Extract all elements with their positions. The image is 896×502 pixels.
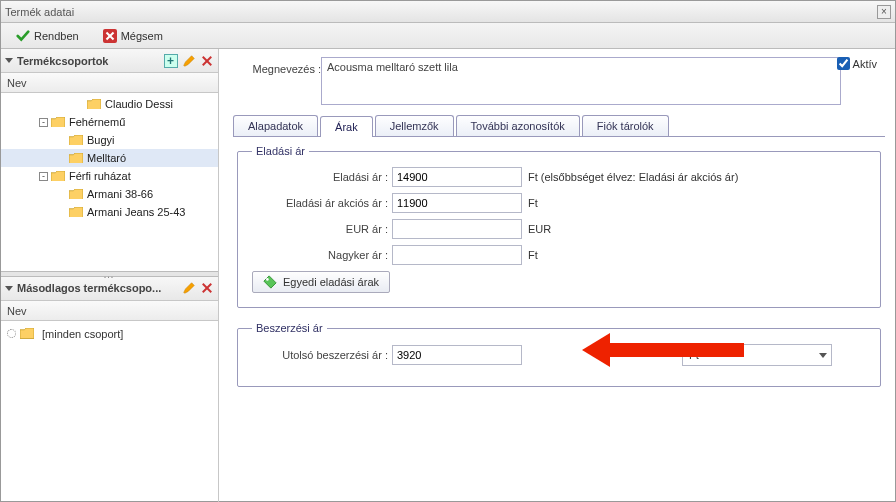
tree2-column-header: Nev <box>1 301 218 321</box>
close-icon[interactable]: × <box>877 5 891 19</box>
price-suffix: Ft (elsőbbséget élvez: Eladási ár akciós… <box>528 171 738 183</box>
eur-label: EUR ár : <box>252 223 392 235</box>
tree-spacer <box>57 154 66 163</box>
panel-secondary-title: Másodlagos termékcsopo... <box>17 282 161 294</box>
tab-tovabbi[interactable]: További azonosítók <box>456 115 580 136</box>
sale-label: Eladási ár akciós ár : <box>252 197 392 209</box>
folder-icon <box>69 207 83 218</box>
tree-item[interactable]: -Férfi ruházat <box>1 167 218 185</box>
currency-value: Ft <box>689 349 699 361</box>
edit-icon[interactable] <box>182 54 196 68</box>
toolbar: Rendben Mégsem <box>1 23 895 49</box>
tree-spacer <box>57 208 66 217</box>
cancel-button[interactable]: Mégsem <box>94 26 172 46</box>
ok-button[interactable]: Rendben <box>7 26 88 46</box>
svg-point-0 <box>266 278 269 281</box>
tree-item[interactable]: Bugyi <box>1 131 218 149</box>
chevron-down-icon[interactable] <box>5 58 13 63</box>
custom-prices-button[interactable]: Egyedi eladási árak <box>252 271 390 293</box>
sale-suffix: Ft <box>528 197 538 209</box>
tree-item-all[interactable]: [minden csoport] <box>7 325 212 343</box>
tab-fiok[interactable]: Fiók tárolók <box>582 115 669 136</box>
eur-suffix: EUR <box>528 223 551 235</box>
panel-secondary-header: Másodlagos termékcsopo... <box>1 277 218 301</box>
collapse-icon[interactable]: - <box>39 172 48 181</box>
window-title: Termék adatai <box>5 6 74 18</box>
price-label: Eladási ár : <box>252 171 392 183</box>
last-price-label: Utolsó beszerzési ár : <box>252 349 392 361</box>
wholesale-label: Nagyker ár : <box>252 249 392 261</box>
tree-item[interactable]: Melltaró <box>1 149 218 167</box>
panel-groups-title: Termékcsoportok <box>17 55 109 67</box>
tree-spacer <box>75 100 84 109</box>
tree-item-label: Férfi ruházat <box>69 170 131 182</box>
tree-item[interactable]: Armani Jeans 25-43 <box>1 203 218 221</box>
sale-input[interactable] <box>392 193 522 213</box>
tree-item[interactable]: -Fehérnemű <box>1 113 218 131</box>
tree-item[interactable]: Armani 38-66 <box>1 185 218 203</box>
panel-groups-header: Termékcsoportok <box>1 49 218 73</box>
group-tree[interactable]: Claudio Dessi-FehérneműBugyiMelltaró-Fér… <box>1 93 218 271</box>
active-checkbox[interactable] <box>837 57 850 70</box>
currency-select[interactable]: Ft <box>682 344 832 366</box>
tab-jellemzok[interactable]: Jellemzők <box>375 115 454 136</box>
tree-item-label: Armani Jeans 25-43 <box>87 206 185 218</box>
tree-spacer <box>57 190 66 199</box>
folder-icon <box>69 135 83 146</box>
add-icon[interactable] <box>164 54 178 68</box>
tree-item[interactable]: Claudio Dessi <box>1 95 218 113</box>
check-icon <box>16 29 30 43</box>
tabs: Alapadatok Árak Jellemzők További azonos… <box>233 115 885 137</box>
cancel-label: Mégsem <box>121 30 163 42</box>
wholesale-input[interactable] <box>392 245 522 265</box>
fieldset-purchase: Beszerzési ár Utolsó beszerzési ár : Ft <box>237 322 881 387</box>
tree-item-label: Melltaró <box>87 152 126 164</box>
delete-icon[interactable] <box>200 281 214 295</box>
secondary-tree[interactable]: [minden csoport] <box>1 321 218 503</box>
cancel-icon <box>103 29 117 43</box>
legend-sell: Eladási ár <box>252 145 309 157</box>
active-label: Aktív <box>853 58 877 70</box>
price-input[interactable] <box>392 167 522 187</box>
tree-item-label: Bugyi <box>87 134 115 146</box>
wholesale-suffix: Ft <box>528 249 538 261</box>
legend-purchase: Beszerzési ár <box>252 322 327 334</box>
folder-icon <box>20 328 34 339</box>
edit-icon[interactable] <box>182 281 196 295</box>
folder-icon <box>51 171 65 182</box>
chevron-down-icon <box>819 353 827 358</box>
name-label: Megnevezés : <box>233 57 321 75</box>
tree-item-label: Claudio Dessi <box>105 98 173 110</box>
folder-icon <box>69 153 83 164</box>
name-input[interactable] <box>321 57 841 105</box>
tree-item-label: Fehérnemű <box>69 116 125 128</box>
folder-icon <box>69 189 83 200</box>
chevron-down-icon[interactable] <box>5 286 13 291</box>
collapse-icon[interactable]: - <box>39 118 48 127</box>
delete-icon[interactable] <box>200 54 214 68</box>
split-handle[interactable] <box>1 271 218 277</box>
custom-prices-label: Egyedi eladási árak <box>283 276 379 288</box>
tag-icon <box>263 275 277 289</box>
eur-input[interactable] <box>392 219 522 239</box>
fieldset-sell: Eladási ár Eladási ár : Ft (elsőbbséget … <box>237 145 881 308</box>
ok-label: Rendben <box>34 30 79 42</box>
folder-icon <box>87 99 101 110</box>
active-checkbox-wrap[interactable]: Aktív <box>837 57 877 70</box>
tree-spacer <box>57 136 66 145</box>
tab-alapadatok[interactable]: Alapadatok <box>233 115 318 136</box>
tab-arak[interactable]: Árak <box>320 116 373 137</box>
folder-icon <box>51 117 65 128</box>
node-icon <box>7 329 16 338</box>
tree-column-header: Nev <box>1 73 218 93</box>
tree-item-label: Armani 38-66 <box>87 188 153 200</box>
titlebar: Termék adatai × <box>1 1 895 23</box>
last-price-input[interactable] <box>392 345 522 365</box>
tree-item-label: [minden csoport] <box>42 328 123 340</box>
